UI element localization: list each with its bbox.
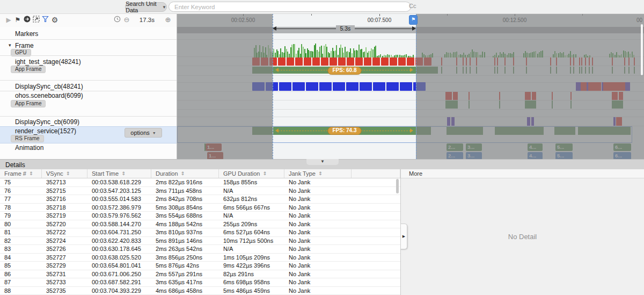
fps-range-arrow-left (275, 68, 279, 72)
table-row[interactable]: 7935271900:03.579.976.5623ms 554µs 688ns… (0, 212, 400, 220)
table-cell: 6ms 698µs 958ns (219, 278, 284, 286)
app-frame-block[interactable] (398, 57, 406, 66)
keyword-input[interactable] (169, 2, 411, 12)
track-label-displaysync-48241[interactable]: DisplaySync_cb(48241) (15, 83, 83, 90)
navigate-circle-icon[interactable] (23, 16, 31, 24)
timer-icon[interactable] (113, 16, 121, 24)
timeline-scrollbar[interactable] (641, 24, 643, 75)
app-frame-block[interactable] (304, 57, 311, 66)
selection-span-arrow-right (412, 26, 416, 31)
table-row[interactable]: 7535271300:03.538.618.2292ms 822µs 916ns… (0, 178, 400, 187)
sort-icon: ⇕ (66, 171, 70, 176)
app-frame-block[interactable] (287, 57, 294, 66)
table-row[interactable]: 8235272400:03.622.420.8335ms 891µs 146ns… (0, 237, 400, 246)
chevron-down-icon: ▼ (162, 5, 166, 10)
column-header (352, 169, 400, 178)
app-frame-block[interactable] (381, 57, 389, 66)
column-header[interactable]: VSync⇕ (42, 169, 87, 178)
table-row[interactable]: 8135272200:03.604.731.2503ms 810µs 937ns… (0, 228, 400, 237)
table-cell: 2ms 822µs 916ns (151, 178, 219, 186)
track-label-sceneboard[interactable]: ohos.sceneboard(6099) (15, 92, 83, 99)
track-label-displaysync-6099[interactable]: DisplaySync_cb(6099) (15, 118, 79, 126)
zoom-in-icon[interactable]: ⊕ (164, 16, 172, 24)
table-cell (352, 278, 400, 286)
displaysync-48241-block[interactable] (386, 82, 399, 91)
column-header[interactable]: Frame #⇕ (0, 169, 42, 178)
timeline-canvas[interactable]: 00:02.50000:07.50000:12.50000FPS: 60.8FP… (177, 13, 644, 159)
options-button[interactable]: options ▼ (125, 128, 162, 138)
table-cell: 352718 (42, 204, 87, 212)
app-frame-block[interactable] (407, 57, 414, 66)
table-row[interactable]: 7635271500:03.547.203.1253ms 711µs 458ns… (0, 187, 400, 196)
gear-icon[interactable]: ⚙ (50, 16, 59, 24)
table-row[interactable]: 7735271600:03.555.014.5832ms 842µs 708ns… (0, 195, 400, 204)
zoom-out-icon[interactable]: ⊖ (122, 16, 131, 24)
track-label-app-stage[interactable]: ight_test_stage(48241) (15, 58, 81, 66)
table-cell: 00:03.547.203.125 (87, 187, 151, 195)
table-row[interactable]: 8735273300:03.687.582.2913ms 635µs 417ns… (0, 278, 400, 287)
displaysync-48241-block[interactable] (346, 82, 358, 91)
more-panel: More No Detail (400, 169, 644, 295)
displaysync-48241-block[interactable] (400, 82, 412, 91)
table-row[interactable]: 8535272900:03.654.801.0415ms 876µs 42ns9… (0, 262, 400, 270)
flag-icon[interactable]: ⚑ (13, 16, 22, 24)
displaysync-48241-block[interactable] (279, 82, 291, 91)
gpu-activity-bar[interactable] (375, 46, 376, 57)
displaysync-48241-block[interactable] (306, 82, 318, 91)
table-cell: 00:03.622.420.833 (87, 237, 151, 245)
frame-group-label[interactable]: Frame (15, 42, 34, 49)
displaysync-48241-block[interactable] (373, 82, 385, 91)
table-cell: No Jank (284, 195, 352, 203)
app-frame-block[interactable] (278, 57, 286, 66)
table-row[interactable]: 8335272600:03.630.178.6452ms 263µs 542ns… (0, 245, 400, 254)
table-cell (352, 178, 400, 186)
app-frame-block[interactable] (364, 57, 371, 66)
capture-frame-icon[interactable] (32, 16, 40, 24)
collapse-arrow-icon[interactable]: ▾ (9, 42, 11, 48)
play-icon[interactable]: ▶ (4, 16, 13, 24)
match-case-toggle[interactable]: Cc (409, 3, 416, 9)
app-frame-block[interactable] (312, 57, 320, 66)
table-cell (352, 262, 400, 270)
app-frame-block[interactable] (295, 57, 303, 66)
column-header[interactable]: GPU Duration⇕ (219, 169, 284, 178)
app-frame-block[interactable] (347, 57, 354, 66)
app-frame-block[interactable] (372, 57, 380, 66)
table-cell: 9ms 422µs 396ns (219, 262, 284, 270)
selection-start-handle[interactable] (273, 13, 273, 159)
displaysync-48241-block[interactable] (360, 82, 372, 91)
app-frame-badge: App Frame (11, 66, 46, 73)
table-row[interactable]: 8635273100:03.671.006.2502ms 557µs 291ns… (0, 270, 400, 279)
track-label-animation[interactable]: Animation (15, 144, 43, 152)
table-row[interactable]: 7835271800:03.572.386.9795ms 308µs 854ns… (0, 204, 400, 212)
markers-row-label[interactable]: Markers (15, 30, 38, 38)
column-header[interactable]: Jank Type⇕ (284, 169, 352, 178)
search-type-dropdown[interactable]: Search Unit Data ▼ (125, 2, 167, 12)
table-scrollbar[interactable] (396, 179, 399, 193)
column-header[interactable]: Start Time⇕ (87, 169, 151, 178)
displaysync-48241-block[interactable] (333, 82, 345, 91)
expand-panel-tab[interactable]: ▶ (400, 224, 407, 249)
selection-span-arrow-left (273, 26, 276, 31)
table-row[interactable]: 8035272000:03.588.144.2704ms 188µs 542ns… (0, 220, 400, 229)
table-cell: No Jank (284, 270, 352, 278)
selection-marker-icon[interactable]: ⚑ (409, 15, 418, 25)
table-cell: No Jank (284, 187, 352, 195)
column-header[interactable]: Duration⇕ (151, 169, 219, 178)
timeline-toolbar: ▶ ⚑ ⚙ ⊖ 17.3s ⊕ (0, 13, 177, 27)
filter-funnel-icon[interactable] (41, 16, 49, 24)
selection-end-handle[interactable] (416, 13, 416, 159)
app-frame-block[interactable] (390, 57, 397, 66)
table-row[interactable]: 8435272700:03.638.025.5203ms 856µs 250ns… (0, 254, 400, 262)
table-cell: N/A (219, 212, 284, 220)
table-row[interactable]: 8835273500:03.704.393.2294ms 686µs 458ns… (0, 287, 400, 295)
table-cell: 87 (0, 278, 42, 286)
track-label-render-service[interactable]: render_service(1527) (15, 127, 76, 135)
app-frame-block[interactable] (338, 57, 346, 66)
collapse-details-tab[interactable]: ▼ (306, 159, 339, 165)
displaysync-48241-block[interactable] (292, 82, 305, 91)
app-frame-block[interactable] (355, 57, 363, 66)
app-frame-block[interactable] (330, 57, 337, 66)
app-frame-block[interactable] (321, 57, 328, 66)
displaysync-48241-block[interactable] (319, 82, 332, 91)
